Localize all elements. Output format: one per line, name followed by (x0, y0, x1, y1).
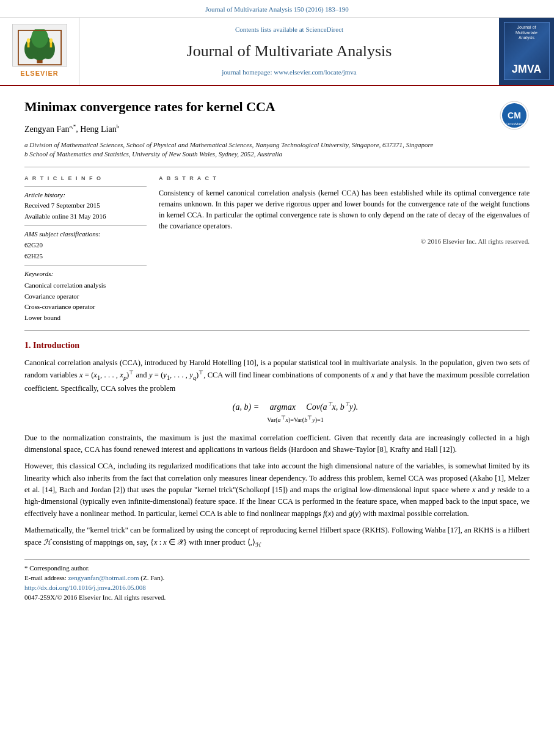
authors-line: Zengyan Fana,*, Heng Lianb (24, 123, 530, 136)
journal-header-center: Contents lists available at ScienceDirec… (79, 18, 499, 85)
paper-title: Minimax convergence rates for kernel CCA (24, 97, 530, 117)
journal-citation: Journal of Multivariate Analysis 150 (20… (205, 5, 349, 13)
keywords-label: Keywords: (24, 269, 147, 279)
keyword-1: Canonical correlation analysis (24, 280, 147, 291)
journal-cover: Journal ofMultivariateAnalysis JMVA (499, 18, 554, 85)
ams-code-2: 62H25 (24, 252, 147, 261)
email-line: E-mail address: zengyanfan@hotmail.com (… (24, 573, 530, 583)
svg-point-6 (26, 38, 30, 43)
keyword-3: Cross-covariance operator (24, 302, 147, 313)
ams-label: AMS subject classifications: (24, 230, 147, 239)
formula-cca: (a, b) = argmax Cov(a⊤x, b⊤y). Var(a⊤x)=… (61, 401, 530, 426)
keyword-2: Covariance operator (24, 291, 147, 302)
keyword-4: Lower bound (24, 313, 147, 324)
divider-2 (24, 330, 530, 331)
homepage-label: journal homepage: (222, 68, 272, 76)
abstract-heading: A B S T R A C T (159, 175, 530, 183)
main-content: CM CrossMark Minimax convergence rates f… (0, 86, 554, 614)
keywords-list: Canonical correlation analysis Covarianc… (24, 280, 147, 323)
author-fan: Zengyan Fan (24, 124, 69, 133)
journal-title: Journal of Multivariate Analysis (187, 40, 392, 63)
received-date: Received 7 September 2015 (24, 201, 147, 211)
intro-paragraph-4: Mathematically, the "kernel trick" can b… (24, 525, 530, 550)
svg-text:CrossMark: CrossMark (505, 122, 523, 126)
author-lian-sup: b (117, 123, 120, 129)
issn-line: 0047-259X/© 2016 Elsevier Inc. All right… (24, 593, 530, 603)
affiliation-b: b School of Mathematics and Statistics, … (24, 150, 530, 159)
article-info-abstract: A R T I C L E I N F O Article history: R… (24, 175, 530, 324)
history-label: Article history: (24, 191, 147, 200)
available-date: Available online 31 May 2016 (24, 212, 147, 222)
footnotes: * Corresponding author. E-mail address: … (24, 559, 530, 603)
ams-code-1: 62G20 (24, 241, 147, 250)
elsevier-label: ELSEVIER (20, 69, 58, 79)
cover-abbr: JMVA (512, 61, 542, 77)
crossmark-badge[interactable]: CM CrossMark (499, 100, 530, 134)
sciencedirect-link[interactable]: ScienceDirect (305, 26, 343, 33)
author-lian: Heng Lian (80, 124, 116, 133)
email-address[interactable]: zengyanfan@hotmail.com (68, 574, 139, 581)
elsevier-logo-image (12, 24, 67, 67)
info-divider-2 (24, 225, 147, 226)
intro-paragraph-1: Canonical correlation analysis (CCA), in… (24, 357, 530, 395)
doi-line[interactable]: http://dx.doi.org/10.1016/j.jmva.2016.05… (24, 583, 530, 593)
svg-point-8 (49, 38, 53, 43)
abstract-text: Consistency of kernel canonical correlat… (159, 187, 530, 231)
abstract-column: A B S T R A C T Consistency of kernel ca… (159, 175, 530, 324)
article-info-heading: A R T I C L E I N F O (24, 175, 147, 183)
journal-header: ELSEVIER Contents lists available at Sci… (0, 18, 554, 86)
affiliation-a: a Division of Mathematical Sciences, Sch… (24, 140, 530, 150)
sciencedirect-line: Contents lists available at ScienceDirec… (235, 25, 343, 35)
section-1-number: 1. (24, 341, 31, 350)
email-label: E-mail address: (24, 574, 67, 581)
intro-paragraph-2: Due to the normalization constraints, th… (24, 432, 530, 456)
affiliations: a Division of Mathematical Sciences, Sch… (24, 140, 530, 159)
article-info-column: A R T I C L E I N F O Article history: R… (24, 175, 147, 324)
corresponding-note: * Corresponding author. (24, 564, 530, 573)
info-divider-3 (24, 265, 147, 266)
svg-text:CM: CM (508, 111, 521, 120)
email-attribution: (Z. Fan). (140, 574, 164, 581)
section-1-heading: 1. Introduction (24, 340, 530, 352)
journal-citation-bar: Journal of Multivariate Analysis 150 (20… (0, 0, 554, 18)
copyright-line: © 2016 Elsevier Inc. All rights reserved… (159, 236, 530, 247)
cover-title-text: Journal ofMultivariateAnalysis (516, 25, 538, 40)
divider-1 (24, 167, 530, 167)
section-1-title: Introduction (33, 341, 79, 350)
author-fan-sup: a,* (69, 123, 76, 129)
journal-cover-image: Journal ofMultivariateAnalysis JMVA (504, 22, 550, 80)
info-divider-1 (24, 186, 147, 187)
journal-homepage: journal homepage: www.elsevier.com/locat… (222, 68, 356, 78)
contents-text: Contents lists available at (235, 26, 304, 33)
homepage-url[interactable]: www.elsevier.com/locate/jmva (274, 68, 357, 76)
intro-paragraph-3: However, this classical CCA, including i… (24, 460, 530, 520)
elsevier-logo: ELSEVIER (0, 18, 79, 85)
